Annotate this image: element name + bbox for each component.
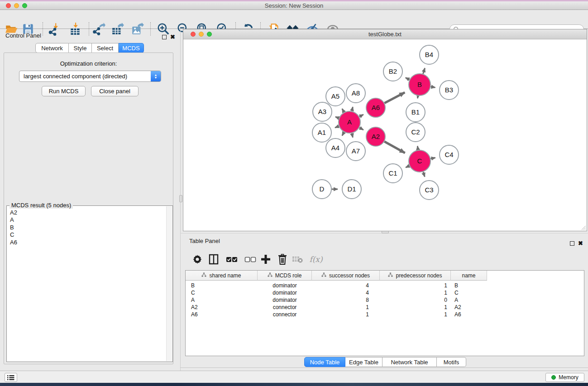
node-B[interactable]: B — [409, 74, 430, 95]
select-all-icon[interactable] — [225, 253, 239, 266]
edge-A-A3[interactable] — [335, 117, 339, 118]
edge-A6-B[interactable] — [384, 92, 405, 103]
cell[interactable]: connector — [258, 311, 312, 318]
cell[interactable]: 1 — [312, 304, 380, 311]
edge-B-B3[interactable] — [431, 87, 435, 88]
import-network-icon[interactable] — [47, 22, 62, 36]
cell[interactable]: connector — [258, 304, 312, 311]
edge-A-A4[interactable] — [342, 132, 344, 136]
delete-table-icon[interactable] — [291, 253, 304, 266]
node-B1[interactable]: B1 — [406, 103, 425, 122]
cell[interactable]: 8 — [312, 296, 380, 304]
cell[interactable]: 4 — [312, 289, 380, 296]
node-B2[interactable]: B2 — [383, 62, 402, 81]
mcds-result-item[interactable]: A2 — [10, 209, 17, 216]
criterion-dropdown[interactable]: largest connected component (directed) ▲… — [19, 71, 161, 82]
node-A1[interactable]: A1 — [312, 123, 331, 142]
node-A6[interactable]: A6 — [366, 98, 385, 117]
node-C[interactable]: C — [409, 150, 430, 172]
cell[interactable]: A6 — [451, 311, 487, 318]
tab-select[interactable]: Select — [92, 43, 119, 53]
run-mcds-button[interactable]: Run MCDS — [42, 86, 86, 96]
table-row-C[interactable]: Cdominator41C — [186, 289, 487, 296]
network-window-titlebar[interactable]: testGlobe.txt — [183, 29, 587, 39]
table-settings-icon[interactable] — [191, 253, 204, 266]
column-header-predecessor-nodes[interactable]: predecessor nodes — [380, 271, 451, 281]
column-header-successor-nodes[interactable]: successor nodes — [312, 271, 380, 281]
edge-C-C3[interactable] — [423, 172, 425, 177]
column-selector-icon[interactable] — [207, 253, 220, 266]
edge-A-A5[interactable] — [342, 109, 344, 112]
edge-A-A8[interactable] — [352, 107, 353, 111]
edge-B-B1[interactable] — [418, 96, 418, 99]
cell[interactable]: 4 — [312, 282, 380, 289]
table-panel-close-icon[interactable]: ✖ — [578, 239, 583, 247]
tab-network-table[interactable]: Network Table — [382, 357, 437, 367]
node-A3[interactable]: A3 — [313, 102, 332, 121]
edge-A-A6[interactable] — [359, 114, 363, 117]
cell[interactable]: A2 — [186, 304, 258, 311]
edge-C-C4[interactable] — [430, 158, 435, 159]
table-row-A[interactable]: Adominator80A — [186, 296, 487, 304]
mcds-result-item[interactable]: A — [10, 216, 17, 224]
cell[interactable]: C — [186, 289, 258, 296]
node-D[interactable]: D — [312, 180, 331, 199]
mcds-result-item[interactable]: B — [10, 224, 17, 231]
node-A2[interactable]: A2 — [366, 127, 385, 146]
table-row-A6[interactable]: A6connector11A6 — [186, 311, 487, 318]
edge-B-B4[interactable] — [423, 68, 425, 74]
import-table-icon[interactable] — [68, 22, 82, 36]
close-panel-button[interactable]: Close panel — [91, 86, 139, 96]
node-table[interactable]: shared nameMCDS rolesuccessor nodesprede… — [185, 270, 584, 356]
node-A7[interactable]: A7 — [346, 142, 365, 161]
node-B4[interactable]: B4 — [420, 45, 439, 64]
cell[interactable]: 1 — [312, 311, 380, 318]
vertical-splitter-grip[interactable] — [179, 195, 182, 202]
mcds-result-item[interactable]: A6 — [10, 239, 17, 246]
deselect-all-icon[interactable] — [244, 253, 257, 266]
task-history-button[interactable] — [5, 373, 17, 382]
node-A4[interactable]: A4 — [326, 138, 345, 157]
column-header-name[interactable]: name — [451, 271, 487, 281]
edge-C-C2[interactable] — [417, 146, 418, 150]
cell[interactable]: A — [186, 296, 258, 304]
export-image-icon[interactable] — [130, 22, 145, 36]
add-column-icon[interactable] — [259, 253, 272, 266]
edge-A-A1[interactable] — [335, 126, 339, 128]
cell[interactable]: 1 — [380, 304, 451, 311]
tab-mcds[interactable]: MCDS — [119, 43, 144, 53]
delete-column-icon[interactable] — [276, 253, 289, 266]
table-row-A2[interactable]: A2connector11A2 — [186, 304, 487, 311]
export-network-icon[interactable] — [91, 22, 106, 36]
node-C4[interactable]: C4 — [440, 145, 459, 164]
node-D1[interactable]: D1 — [342, 180, 361, 199]
tab-node-table[interactable]: Node Table — [304, 357, 345, 367]
memory-button[interactable]: Memory — [545, 373, 584, 382]
tab-style[interactable]: Style — [69, 43, 92, 53]
cell[interactable]: dominator — [258, 296, 312, 304]
node-C3[interactable]: C3 — [420, 181, 439, 200]
cell[interactable]: dominator — [258, 282, 312, 289]
cell[interactable]: A6 — [186, 311, 258, 318]
function-builder-icon[interactable]: f(x) — [307, 253, 325, 266]
node-A8[interactable]: A8 — [346, 84, 365, 103]
edge-B-B2[interactable] — [406, 78, 410, 80]
table-row-B[interactable]: Bdominator41B — [186, 282, 487, 289]
export-table-icon[interactable] — [110, 22, 125, 36]
cell[interactable]: 1 — [380, 311, 451, 318]
node-C1[interactable]: C1 — [383, 164, 402, 183]
tab-motifs[interactable]: Motifs — [437, 357, 466, 367]
network-canvas-svg[interactable]: AA1A3A4A5A7A8A6A2BB1B2B3B4CC1C2C3C4DD1 — [183, 39, 587, 231]
node-A[interactable]: A — [339, 111, 360, 133]
cell[interactable]: 1 — [380, 289, 451, 296]
column-header-shared-name[interactable]: shared name — [186, 271, 258, 281]
mcds-result-item[interactable]: C — [10, 231, 17, 238]
cell[interactable]: C — [451, 289, 487, 296]
cell[interactable]: 1 — [380, 282, 451, 289]
table-panel-float-icon[interactable] — [570, 239, 574, 248]
cell[interactable]: 0 — [380, 296, 451, 304]
edge-A2-C[interactable] — [384, 142, 405, 153]
tab-edge-table[interactable]: Edge Table — [345, 357, 382, 367]
edge-C-C1[interactable] — [406, 166, 409, 167]
mcds-result-scrollbar[interactable] — [166, 206, 172, 361]
